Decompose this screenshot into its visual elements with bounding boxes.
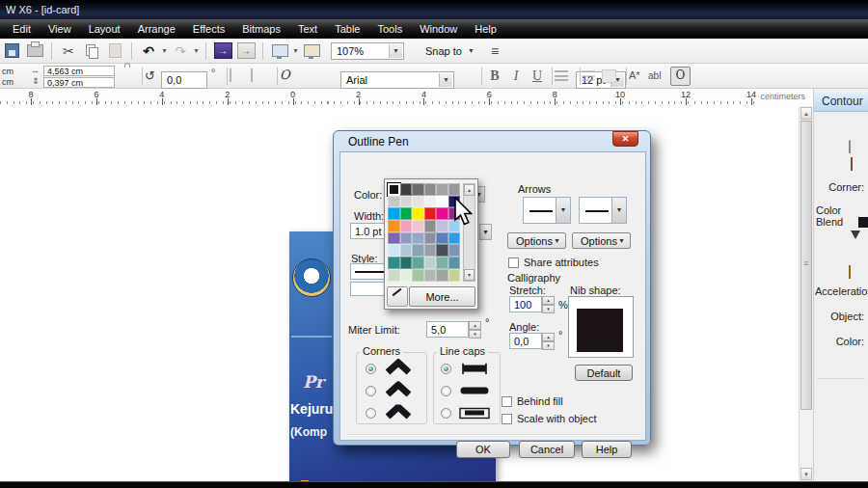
undo-dropdown-icon[interactable]: ▾ xyxy=(160,46,169,55)
zoom-dropdown-icon[interactable]: ▼ xyxy=(389,44,402,58)
palette-swatch[interactable] xyxy=(400,196,413,208)
application-launcher-dropdown-icon[interactable]: ▾ xyxy=(291,46,300,55)
print-icon[interactable] xyxy=(25,41,44,60)
snap-to-arrow-icon[interactable]: ▼ xyxy=(465,44,477,58)
palette-swatch[interactable] xyxy=(400,232,413,245)
width-units-dropdown-icon[interactable]: ▼ xyxy=(479,224,492,240)
palette-swatch[interactable] xyxy=(424,207,437,220)
font-name-arrow-icon[interactable]: ▼ xyxy=(439,73,452,87)
arrow-start-combo[interactable]: ▼ xyxy=(523,197,571,224)
object-width-field[interactable]: 4,563 cm xyxy=(43,66,115,76)
cap-round-radio[interactable] xyxy=(441,386,451,396)
contour-offset-icon[interactable] xyxy=(851,158,853,170)
menu-item-effects[interactable]: Effects xyxy=(184,21,233,37)
corner-miter-radio[interactable] xyxy=(366,364,376,374)
palette-swatch[interactable] xyxy=(400,183,413,196)
menu-item-edit[interactable]: Edit xyxy=(4,21,40,37)
welcome-screen-icon[interactable] xyxy=(302,41,321,60)
palette-swatch[interactable] xyxy=(424,196,437,208)
palette-swatch[interactable] xyxy=(424,220,437,232)
options-icon[interactable]: ≡ xyxy=(485,41,504,60)
help-button[interactable]: Help xyxy=(582,441,632,458)
object-height-field[interactable]: 0,397 cm xyxy=(43,77,115,88)
palette-swatch[interactable] xyxy=(424,269,437,282)
text-alignment-icon[interactable] xyxy=(555,70,568,81)
palette-swatch[interactable] xyxy=(388,183,400,196)
cap-square-radio[interactable] xyxy=(441,408,451,419)
palette-swatch[interactable] xyxy=(400,207,413,220)
palette-swatch[interactable] xyxy=(388,244,400,257)
cap-butt-radio[interactable] xyxy=(441,364,451,374)
arrow-start-options-button[interactable]: Options▼ xyxy=(507,232,566,249)
palette-swatch[interactable] xyxy=(436,183,448,196)
palette-swatch[interactable] xyxy=(412,244,424,257)
menu-item-tools[interactable]: Tools xyxy=(368,21,411,37)
menu-item-view[interactable]: View xyxy=(40,21,80,37)
scroll-down-icon[interactable]: ▾ xyxy=(800,468,812,480)
palette-swatch[interactable] xyxy=(436,220,448,232)
zoom-level-combo[interactable]: 107% ▼ xyxy=(331,42,404,60)
paste-icon[interactable] xyxy=(105,41,124,60)
undo-icon[interactable]: ↶ xyxy=(139,41,158,60)
import-icon[interactable]: → xyxy=(213,41,232,60)
palette-swatch[interactable] xyxy=(400,220,413,232)
snap-to-dropdown[interactable]: Snap to ▼ xyxy=(420,42,479,60)
close-icon[interactable]: ✕ xyxy=(612,131,638,147)
character-formatting-icon[interactable]: A* xyxy=(629,69,640,81)
menu-item-layout[interactable]: Layout xyxy=(80,21,129,37)
arrow-end-options-button[interactable]: Options▼ xyxy=(572,232,631,249)
menu-item-arrange[interactable]: Arrange xyxy=(129,21,184,37)
pen-nib-icon[interactable] xyxy=(851,239,860,251)
bulleted-list-icon[interactable] xyxy=(582,70,595,81)
redo-dropdown-icon[interactable]: ▾ xyxy=(192,46,201,55)
palette-swatch[interactable] xyxy=(424,257,437,269)
drop-cap-icon[interactable] xyxy=(602,69,616,83)
miter-spinner[interactable]: ▴▾ xyxy=(469,321,481,338)
default-button[interactable]: Default xyxy=(575,365,633,381)
palette-swatch[interactable] xyxy=(412,269,424,282)
palette-swatch[interactable] xyxy=(388,257,400,269)
arrow-start-dropdown-icon[interactable]: ▼ xyxy=(556,198,570,223)
palette-swatch[interactable] xyxy=(412,196,424,208)
palette-swatch[interactable] xyxy=(388,207,400,220)
menu-item-bitmaps[interactable]: Bitmaps xyxy=(233,21,289,37)
palette-swatch[interactable] xyxy=(448,232,461,245)
palette-swatch[interactable] xyxy=(436,257,448,269)
palette-swatch[interactable] xyxy=(424,232,437,245)
stretch-field[interactable]: 100 xyxy=(509,296,542,312)
palette-swatch[interactable] xyxy=(388,196,400,208)
arrow-end-combo[interactable]: ▼ xyxy=(579,197,627,224)
menu-item-text[interactable]: Text xyxy=(289,21,326,37)
palette-swatch[interactable] xyxy=(400,244,413,257)
palette-swatch[interactable] xyxy=(424,183,437,196)
outline-tool-toggle[interactable]: O xyxy=(670,67,691,86)
copy-icon[interactable] xyxy=(82,41,101,60)
export-icon[interactable]: → xyxy=(236,41,256,60)
palette-swatch[interactable] xyxy=(448,269,461,282)
palette-swatch[interactable] xyxy=(448,183,461,196)
palette-swatch[interactable] xyxy=(400,257,413,269)
scrollbar-thumb[interactable] xyxy=(800,121,812,410)
angle-spinner[interactable]: ▴▾ xyxy=(542,333,555,349)
palette-swatch[interactable] xyxy=(388,220,400,232)
edit-text-icon[interactable]: abI xyxy=(648,70,662,81)
cancel-button[interactable]: Cancel xyxy=(519,441,575,458)
palette-swatch[interactable] xyxy=(412,183,424,196)
eyedropper-icon[interactable] xyxy=(387,286,408,307)
scale-with-object-checkbox[interactable] xyxy=(502,414,512,424)
palette-swatch[interactable] xyxy=(424,244,437,257)
mirror-vertical-icon[interactable] xyxy=(251,69,253,81)
palette-swatch[interactable] xyxy=(436,269,448,282)
application-launcher-icon[interactable] xyxy=(270,41,289,60)
palette-swatch[interactable] xyxy=(388,269,400,282)
miter-limit-field[interactable]: 5,0 xyxy=(426,321,469,338)
palette-swatch[interactable] xyxy=(448,244,461,257)
corner-round-radio[interactable] xyxy=(366,386,376,396)
vertical-scrollbar[interactable]: ▴ ▾ xyxy=(799,106,813,481)
palette-swatch[interactable] xyxy=(412,207,424,220)
cut-icon[interactable]: ✂ xyxy=(59,41,78,60)
bold-button[interactable]: B xyxy=(485,67,504,85)
mirror-horizontal-icon[interactable] xyxy=(230,69,231,81)
palette-swatch[interactable] xyxy=(400,269,413,282)
font-name-combo[interactable]: Arial ▼ xyxy=(340,71,454,89)
